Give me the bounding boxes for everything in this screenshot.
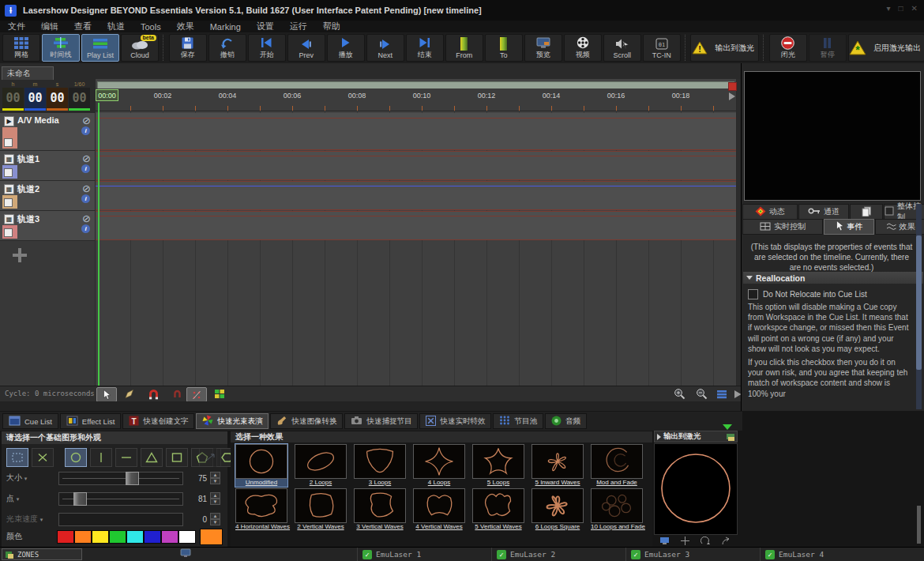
track-mute-icon[interactable]: ⊘ — [82, 115, 91, 126]
menu-item-3[interactable]: 轨道 — [100, 21, 133, 32]
toolbar-button-grid[interactable]: 网格 — [2, 34, 40, 62]
slider-track-0[interactable] — [58, 472, 183, 485]
right-tab-通道[interactable]: 通道 — [798, 204, 849, 220]
track-header-1[interactable]: ▦轨道1⊘i — [0, 151, 95, 181]
effect-item-r1-5[interactable]: 5 Inward Waves — [531, 444, 584, 487]
spinner-up-icon[interactable]: ▲ — [210, 513, 220, 519]
effect-item-r1-1[interactable]: 2 Loops — [295, 444, 347, 487]
send-icon[interactable] — [721, 537, 731, 547]
effect-item-r2-1[interactable]: 2 Vertical Waves — [295, 488, 347, 531]
slider-track-2[interactable] — [58, 513, 183, 526]
track-play-icon[interactable]: ▶ — [4, 116, 14, 126]
toolbar-button-scroll[interactable]: Scroll — [603, 34, 641, 62]
track-mute-icon[interactable]: ⊘ — [82, 152, 91, 164]
shape-button-marquee[interactable] — [6, 448, 28, 467]
spinner-up-icon[interactable]: ▲ — [210, 492, 220, 499]
bottom-tab-capture[interactable]: 快速捕捉节目 — [344, 413, 418, 429]
effect-item-r2-3[interactable]: 4 Vertical Waves — [413, 488, 465, 531]
bottom-tab-beam[interactable]: 快速光束表演 — [196, 413, 269, 429]
right-tab-事件[interactable]: 事件 — [824, 219, 874, 235]
menu-item-8[interactable]: 运行 — [282, 21, 315, 32]
effect-item-r2-0[interactable]: 4 Horizontal Waves — [235, 488, 287, 531]
shape-button-circle[interactable] — [65, 448, 87, 467]
shape-button-hline[interactable] — [115, 448, 137, 467]
shape-button-vline[interactable] — [90, 448, 112, 467]
track-header-3[interactable]: ▦轨道3⊘i — [0, 211, 95, 241]
spinner-down-icon[interactable]: ▼ — [210, 519, 220, 525]
timeline-ruler[interactable]: 00:0200:0400:0600:0800:1000:1200:1400:16… — [96, 88, 736, 111]
toolbar-button-begin[interactable]: 开始 — [248, 34, 286, 62]
track-lane-2[interactable] — [96, 181, 736, 210]
collapse-panel-icon[interactable] — [723, 424, 732, 430]
right-tab-实时控制[interactable]: 实时控制 — [742, 219, 823, 235]
timeline-tab[interactable]: 未命名 — [2, 66, 54, 80]
bottom-tab-gridpool[interactable]: 节目池 — [493, 413, 543, 429]
minimize-icon[interactable]: ▾ — [887, 4, 891, 13]
zoomout-button[interactable] — [692, 387, 711, 401]
monitor-icon[interactable] — [659, 537, 670, 547]
track-lane-3[interactable] — [96, 211, 736, 240]
track-mini-checkbox[interactable] — [4, 198, 13, 207]
toolbar-button-playlist[interactable]: Play List — [81, 34, 119, 62]
effect-item-r1-6[interactable]: Mod and Fade — [591, 444, 643, 487]
toolbar-button-save[interactable]: 保存 — [169, 34, 207, 62]
toolbar-button-warn[interactable]: !输出到激光 — [690, 34, 759, 62]
laser-status-3[interactable]: ✓EmuLaser 3 — [625, 548, 758, 561]
bottom-tab-trace[interactable]: 快速图像转换 — [270, 413, 343, 429]
laser-status-1[interactable]: ✓EmuLaser 1 — [357, 548, 490, 561]
shape-button-square[interactable] — [166, 448, 188, 467]
toolbar-button-play[interactable]: 播放 — [327, 34, 365, 62]
playhead[interactable] — [98, 103, 100, 386]
do-not-relocate-checkbox[interactable] — [748, 289, 758, 299]
toolbar-button-pause[interactable]: 暂停 — [809, 34, 847, 62]
color-swatch-0[interactable] — [57, 530, 74, 544]
toolbar-button-blackout[interactable]: 闭光 — [769, 34, 807, 62]
track-info-icon[interactable]: i — [81, 194, 90, 203]
effect-item-r1-4[interactable]: 5 Loops — [472, 444, 524, 487]
effect-item-r2-6[interactable]: 10 Loops and Fade — [591, 488, 643, 531]
menu-item-2[interactable]: 查看 — [66, 21, 100, 32]
close-icon[interactable]: ✕ — [911, 4, 918, 13]
slider-spinner[interactable]: ▲▼ — [210, 472, 220, 484]
toolbar-button-next[interactable]: Next — [366, 34, 404, 62]
zones-button[interactable]: ZONES — [2, 548, 82, 560]
timeline-right-arrow-icon[interactable] — [729, 92, 735, 100]
track-info-icon[interactable]: i — [81, 164, 90, 173]
bottom-tab-quickfx[interactable]: 快速实时特效 — [419, 413, 491, 429]
laser-status-2[interactable]: ✓EmuLaser 2 — [491, 548, 624, 561]
effect-item-r2-5[interactable]: 6 Loops Square — [531, 488, 584, 531]
slider-spinner[interactable]: ▲▼ — [210, 513, 220, 525]
right-panel-scrollbar-thumb[interactable] — [916, 235, 922, 370]
track-mute-icon[interactable]: ⊘ — [82, 183, 91, 194]
effect-item-r1-0[interactable]: Unmodified — [235, 444, 287, 487]
shape-more-button[interactable] — [199, 448, 221, 467]
bottom-tab-audio[interactable]: 音频 — [545, 413, 587, 429]
laser-output-settings-icon[interactable] — [726, 433, 735, 443]
menu-item-9[interactable]: 帮助 — [315, 21, 348, 32]
spinner-down-icon[interactable]: ▼ — [210, 499, 220, 505]
statusbar-monitor-icon[interactable] — [180, 548, 191, 559]
color-swatch-1[interactable] — [74, 530, 92, 544]
track-enable-icon[interactable]: ▦ — [4, 154, 14, 164]
effect-item-r2-2[interactable]: 3 Vertical Waves — [354, 488, 406, 531]
magnet-button[interactable] — [144, 387, 163, 401]
rotate-icon[interactable] — [701, 537, 710, 547]
track-mini-checkbox[interactable] — [4, 228, 13, 237]
bottom-tab-text[interactable]: T快速创建文字 — [122, 413, 194, 429]
window-controls[interactable]: ▾ □ ✕ — [887, 4, 918, 13]
center-crosshair-icon[interactable] — [681, 537, 689, 547]
track-enable-icon[interactable]: ▦ — [4, 214, 14, 224]
track-mini-checkbox[interactable] — [4, 138, 13, 147]
toolbar-button-prev[interactable]: Prev — [287, 34, 325, 62]
menu-item-6[interactable]: Marking — [202, 22, 249, 32]
toolbar-button-laserwarn[interactable]: *启用激光输出 — [848, 34, 924, 62]
bottom-tab-effectlist[interactable]: Effect List — [60, 413, 122, 429]
bottom-right-scrollbar[interactable] — [917, 506, 921, 544]
laser-status-4[interactable]: ✓EmuLaser 4 — [760, 548, 892, 561]
toolbar-button-preview[interactable]: 预览 — [524, 34, 562, 62]
shape-button-triangle[interactable] — [141, 448, 163, 467]
track-info-icon[interactable]: i — [81, 224, 90, 233]
track-header-2[interactable]: ▦轨道2⊘i — [0, 181, 95, 211]
right-tab-动态[interactable]: 动态 — [742, 204, 798, 220]
effect-item-r2-4[interactable]: 5 Vertical Waves — [472, 488, 524, 531]
